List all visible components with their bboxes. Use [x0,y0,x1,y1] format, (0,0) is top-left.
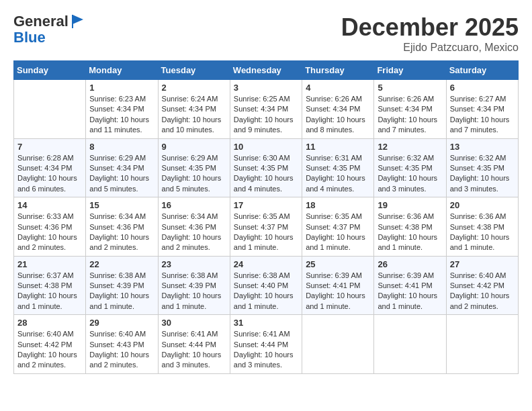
day-header-thursday: Thursday [302,61,374,80]
calendar-cell: 3Sunrise: 6:25 AMSunset: 4:34 PMDaylight… [230,80,302,139]
month-title: December 2025 [341,13,519,42]
day-header-saturday: Saturday [446,61,518,80]
location-title: Ejido Patzcuaro, Mexico [341,42,519,54]
calendar-cell: 20Sunrise: 6:36 AMSunset: 4:38 PMDayligh… [446,197,518,257]
day-info: Sunrise: 6:34 AMSunset: 4:36 PMDaylight:… [162,212,226,253]
day-number: 14 [17,200,82,210]
day-header-sunday: Sunday [14,61,86,80]
day-info: Sunrise: 6:40 AMSunset: 4:42 PMDaylight:… [17,329,82,371]
day-number: 3 [234,83,298,93]
calendar-cell: 6Sunrise: 6:27 AMSunset: 4:34 PMDaylight… [446,80,518,139]
day-info: Sunrise: 6:34 AMSunset: 4:36 PMDaylight:… [89,212,154,253]
day-info: Sunrise: 6:25 AMSunset: 4:34 PMDaylight:… [234,94,298,136]
calendar-cell: 12Sunrise: 6:32 AMSunset: 4:35 PMDayligh… [374,138,446,197]
day-header-wednesday: Wednesday [230,61,302,80]
day-info: Sunrise: 6:28 AMSunset: 4:34 PMDaylight:… [17,153,82,195]
day-info: Sunrise: 6:33 AMSunset: 4:36 PMDaylight:… [17,212,82,253]
day-info: Sunrise: 6:40 AMSunset: 4:42 PMDaylight:… [450,271,515,312]
calendar-cell: 14Sunrise: 6:33 AMSunset: 4:36 PMDayligh… [14,197,86,257]
calendar-cell: 31Sunrise: 6:41 AMSunset: 4:44 PMDayligh… [230,315,302,374]
day-info: Sunrise: 6:38 AMSunset: 4:40 PMDaylight:… [234,271,298,312]
day-info: Sunrise: 6:35 AMSunset: 4:37 PMDaylight:… [234,212,298,253]
calendar-cell: 2Sunrise: 6:24 AMSunset: 4:34 PMDaylight… [158,80,230,139]
calendar-week-row: 28Sunrise: 6:40 AMSunset: 4:42 PMDayligh… [14,315,519,374]
calendar-cell: 4Sunrise: 6:26 AMSunset: 4:34 PMDaylight… [302,80,374,139]
calendar-cell: 8Sunrise: 6:29 AMSunset: 4:34 PMDaylight… [86,138,158,197]
calendar-cell: 16Sunrise: 6:34 AMSunset: 4:36 PMDayligh… [158,197,230,257]
day-number: 8 [89,142,154,152]
day-info: Sunrise: 6:36 AMSunset: 4:38 PMDaylight:… [450,212,515,253]
day-number: 5 [378,83,442,93]
day-info: Sunrise: 6:26 AMSunset: 4:34 PMDaylight:… [306,94,370,136]
day-number: 22 [89,259,154,269]
calendar-cell: 17Sunrise: 6:35 AMSunset: 4:37 PMDayligh… [230,197,302,257]
day-header-friday: Friday [374,61,446,80]
calendar-cell [14,80,86,139]
calendar-cell: 23Sunrise: 6:38 AMSunset: 4:39 PMDayligh… [158,256,230,315]
day-number: 6 [450,83,515,93]
calendar-cell: 22Sunrise: 6:38 AMSunset: 4:39 PMDayligh… [86,256,158,315]
day-number: 16 [162,200,226,210]
day-number: 7 [17,142,82,152]
day-number: 13 [450,142,515,152]
day-number: 20 [450,200,515,210]
day-header-monday: Monday [86,61,158,80]
calendar-week-row: 1Sunrise: 6:23 AMSunset: 4:34 PMDaylight… [14,80,519,139]
day-info: Sunrise: 6:29 AMSunset: 4:35 PMDaylight:… [162,153,226,195]
calendar-cell: 28Sunrise: 6:40 AMSunset: 4:42 PMDayligh… [14,315,86,374]
day-number: 21 [17,259,82,269]
calendar-cell: 10Sunrise: 6:30 AMSunset: 4:35 PMDayligh… [230,138,302,197]
page-header: General Blue December 2025 Ejido Patzcua… [13,13,519,54]
day-info: Sunrise: 6:32 AMSunset: 4:35 PMDaylight:… [378,153,442,195]
day-info: Sunrise: 6:39 AMSunset: 4:41 PMDaylight:… [306,271,370,312]
calendar-cell: 29Sunrise: 6:40 AMSunset: 4:43 PMDayligh… [86,315,158,374]
calendar-cell: 27Sunrise: 6:40 AMSunset: 4:42 PMDayligh… [446,256,518,315]
day-info: Sunrise: 6:27 AMSunset: 4:34 PMDaylight:… [450,94,515,136]
day-number: 27 [450,259,515,269]
day-number: 15 [89,200,154,210]
day-number: 18 [306,200,370,210]
calendar-cell: 26Sunrise: 6:39 AMSunset: 4:41 PMDayligh… [374,256,446,315]
day-info: Sunrise: 6:35 AMSunset: 4:37 PMDaylight:… [306,212,370,253]
day-info: Sunrise: 6:23 AMSunset: 4:34 PMDaylight:… [89,94,154,136]
day-number: 19 [378,200,442,210]
day-info: Sunrise: 6:38 AMSunset: 4:39 PMDaylight:… [162,271,226,312]
calendar-cell: 7Sunrise: 6:28 AMSunset: 4:34 PMDaylight… [14,138,86,197]
day-number: 11 [306,142,370,152]
logo: General Blue [13,13,86,46]
calendar-cell: 1Sunrise: 6:23 AMSunset: 4:34 PMDaylight… [86,80,158,139]
day-number: 1 [89,83,154,93]
calendar-week-row: 14Sunrise: 6:33 AMSunset: 4:36 PMDayligh… [14,197,519,257]
day-info: Sunrise: 6:29 AMSunset: 4:34 PMDaylight:… [89,153,154,195]
day-info: Sunrise: 6:24 AMSunset: 4:34 PMDaylight:… [162,94,226,136]
day-number: 30 [162,318,226,328]
day-info: Sunrise: 6:40 AMSunset: 4:43 PMDaylight:… [89,329,154,371]
day-number: 9 [162,142,226,152]
calendar-cell: 15Sunrise: 6:34 AMSunset: 4:36 PMDayligh… [86,197,158,257]
day-number: 26 [378,259,442,269]
calendar-cell: 25Sunrise: 6:39 AMSunset: 4:41 PMDayligh… [302,256,374,315]
day-header-tuesday: Tuesday [158,61,230,80]
day-info: Sunrise: 6:37 AMSunset: 4:38 PMDaylight:… [17,271,82,312]
calendar-week-row: 7Sunrise: 6:28 AMSunset: 4:34 PMDaylight… [14,138,519,197]
day-info: Sunrise: 6:31 AMSunset: 4:35 PMDaylight:… [306,153,370,195]
calendar-header-row: SundayMondayTuesdayWednesdayThursdayFrid… [14,61,519,80]
calendar-cell: 21Sunrise: 6:37 AMSunset: 4:38 PMDayligh… [14,256,86,315]
day-info: Sunrise: 6:36 AMSunset: 4:38 PMDaylight:… [378,212,442,253]
calendar-cell: 24Sunrise: 6:38 AMSunset: 4:40 PMDayligh… [230,256,302,315]
day-number: 24 [234,259,298,269]
logo-blue: Blue [13,30,86,46]
day-info: Sunrise: 6:41 AMSunset: 4:44 PMDaylight:… [162,329,226,371]
calendar-cell: 19Sunrise: 6:36 AMSunset: 4:38 PMDayligh… [374,197,446,257]
day-number: 10 [234,142,298,152]
day-number: 28 [17,318,82,328]
calendar-cell: 18Sunrise: 6:35 AMSunset: 4:37 PMDayligh… [302,197,374,257]
logo-flag-icon [70,13,86,30]
calendar-week-row: 21Sunrise: 6:37 AMSunset: 4:38 PMDayligh… [14,256,519,315]
calendar-cell [302,315,374,374]
svg-marker-0 [73,15,83,24]
calendar-cell [446,315,518,374]
calendar-cell [374,315,446,374]
calendar-cell: 13Sunrise: 6:32 AMSunset: 4:35 PMDayligh… [446,138,518,197]
logo-general: General [13,13,69,30]
